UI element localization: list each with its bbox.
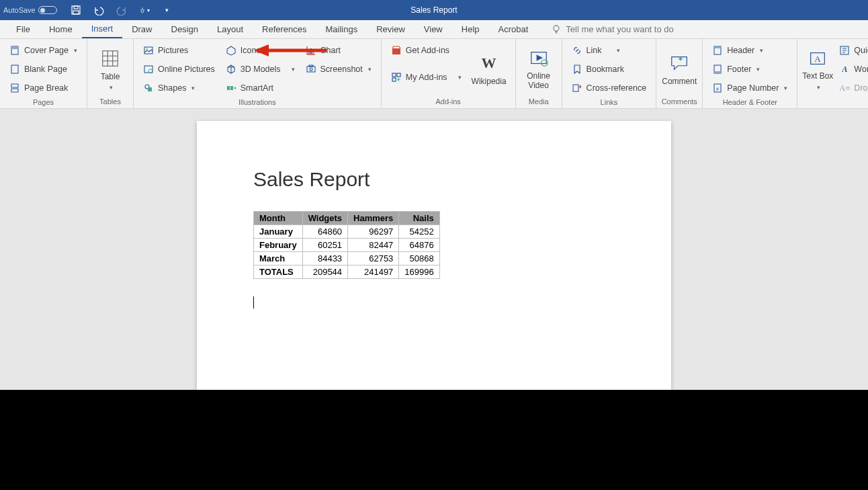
table-cell[interactable]: 60251 <box>302 239 347 252</box>
table-header: Month <box>254 212 303 225</box>
pictures-button[interactable]: Pictures <box>143 43 215 58</box>
online-video-label: Online Video <box>520 72 558 89</box>
wikipedia-button[interactable]: W Wikipedia <box>467 42 511 96</box>
table-cell[interactable]: January <box>254 225 303 239</box>
footer-label: Footer <box>727 65 751 74</box>
group-header-footer-label: Header & Footer <box>707 97 793 109</box>
blank-page-button[interactable]: Blank Page <box>9 62 77 77</box>
table-cell[interactable]: 241497 <box>348 266 399 279</box>
table-cell[interactable]: 96297 <box>348 225 399 239</box>
cross-reference-button[interactable]: Cross-reference <box>572 81 647 95</box>
undo-icon[interactable] <box>93 5 104 15</box>
svg-rect-6 <box>11 65 18 73</box>
redo-icon[interactable] <box>116 5 127 15</box>
get-addins-label: Get Add-ins <box>406 46 449 55</box>
quick-parts-button[interactable]: Quick Parts▾ <box>839 43 868 58</box>
tell-me-input[interactable] <box>566 24 713 34</box>
group-media-label: Media <box>520 96 558 108</box>
table-cell[interactable]: 82447 <box>348 239 399 252</box>
svg-rect-15 <box>230 86 233 90</box>
header-label: Header <box>727 46 754 55</box>
tab-file[interactable]: File <box>7 20 40 38</box>
screenshot-button[interactable]: Screenshot▾ <box>306 62 372 77</box>
tab-mailings[interactable]: Mailings <box>316 20 367 38</box>
group-tables-label: Tables <box>91 96 129 108</box>
document-heading[interactable]: Sales Report <box>253 168 615 191</box>
drop-cap-button[interactable]: A≡Drop Cap▾ <box>839 81 868 95</box>
tell-me-search[interactable] <box>551 24 713 35</box>
tab-layout[interactable]: Layout <box>208 20 253 38</box>
group-links-label: Links <box>566 97 652 109</box>
tab-home[interactable]: Home <box>40 20 82 38</box>
table-header: Hammers <box>348 212 399 225</box>
table-cell[interactable]: 169996 <box>399 266 439 279</box>
online-pictures-button[interactable]: Online Pictures <box>143 62 215 77</box>
icons-icon <box>226 45 236 56</box>
tab-help[interactable]: Help <box>452 20 489 38</box>
table-cell[interactable]: 54252 <box>399 225 439 239</box>
group-pages: Cover Page▾ Blank Page Page Break Pages <box>0 39 87 108</box>
tab-references[interactable]: References <box>253 20 316 38</box>
table-cell[interactable]: February <box>254 239 303 252</box>
wordart-button[interactable]: AWordArt▾ <box>839 62 868 77</box>
group-text-label: Text <box>801 97 868 109</box>
text-box-button[interactable]: A Text Box▾ <box>801 42 834 97</box>
svg-rect-30 <box>714 46 721 48</box>
footer-button[interactable]: Footer▾ <box>712 62 787 77</box>
table-button[interactable]: Table ▾ <box>91 42 129 96</box>
table-cell[interactable]: TOTALS <box>254 266 303 279</box>
svg-rect-24 <box>397 73 400 77</box>
chart-icon <box>306 45 316 56</box>
group-pages-label: Pages <box>4 97 83 109</box>
comment-button[interactable]: Comment <box>660 42 698 96</box>
bookmark-button[interactable]: Bookmark <box>572 62 647 77</box>
table-cell[interactable]: 84433 <box>302 252 347 266</box>
table-cell[interactable]: 209544 <box>302 266 347 279</box>
my-addins-button[interactable]: My Add-ins▾ <box>391 70 462 85</box>
table-header: Widgets <box>302 212 347 225</box>
comment-label: Comment <box>662 77 697 86</box>
header-button[interactable]: Header▾ <box>712 43 787 58</box>
group-comments-label: Comments <box>660 96 698 108</box>
customize-qat-icon[interactable]: ▾ <box>162 5 173 15</box>
store-icon <box>391 45 402 56</box>
sales-table[interactable]: Month Widgets Hammers Nails January 6486… <box>253 211 440 279</box>
tab-insert[interactable]: Insert <box>82 20 123 38</box>
cover-page-button[interactable]: Cover Page▾ <box>9 43 77 58</box>
lightbulb-icon <box>551 24 562 35</box>
table-cell[interactable]: March <box>254 252 303 266</box>
table-cell[interactable]: 62753 <box>348 252 399 266</box>
group-text: A Text Box▾ Quick Parts▾ AWordArt▾ A≡Dro… <box>797 39 868 108</box>
drop-cap-icon: A≡ <box>839 83 850 93</box>
chart-button[interactable]: Chart <box>306 43 372 58</box>
link-button[interactable]: Link▾ <box>572 43 647 58</box>
table-cell[interactable]: 64860 <box>302 225 347 239</box>
link-icon <box>572 45 582 56</box>
get-addins-button[interactable]: Get Add-ins <box>391 43 462 58</box>
save-icon[interactable] <box>71 5 81 15</box>
footer-icon <box>712 64 723 75</box>
icons-button[interactable]: Icons <box>226 43 295 58</box>
text-box-label: Text Box <box>802 72 833 81</box>
svg-point-20 <box>310 68 312 71</box>
autosave-toggle[interactable]: AutoSave <box>3 6 57 14</box>
pictures-label: Pictures <box>158 46 188 55</box>
page-number-button[interactable]: #Page Number▾ <box>712 81 787 95</box>
tab-draw[interactable]: Draw <box>122 20 161 38</box>
page-break-button[interactable]: Page Break <box>9 81 77 95</box>
3d-models-button[interactable]: 3D Models▾ <box>226 62 295 77</box>
touch-mode-icon[interactable]: ▾ <box>139 5 150 15</box>
tab-acrobat[interactable]: Acrobat <box>489 20 538 38</box>
smartart-button[interactable]: SmartArt <box>226 81 295 95</box>
svg-rect-22 <box>392 48 400 54</box>
table-cell[interactable]: 50868 <box>399 252 439 266</box>
document-area[interactable]: Sales Report Month Widgets Hammers Nails… <box>0 109 868 390</box>
online-video-button[interactable]: Online Video <box>520 42 558 96</box>
tab-view[interactable]: View <box>415 20 452 38</box>
shapes-button[interactable]: Shapes▾ <box>143 81 215 95</box>
document-page[interactable]: Sales Report Month Widgets Hammers Nails… <box>197 121 671 390</box>
table-cell[interactable]: 64876 <box>399 239 439 252</box>
tab-review[interactable]: Review <box>367 20 415 38</box>
tab-design[interactable]: Design <box>162 20 208 38</box>
shapes-icon <box>143 83 154 93</box>
